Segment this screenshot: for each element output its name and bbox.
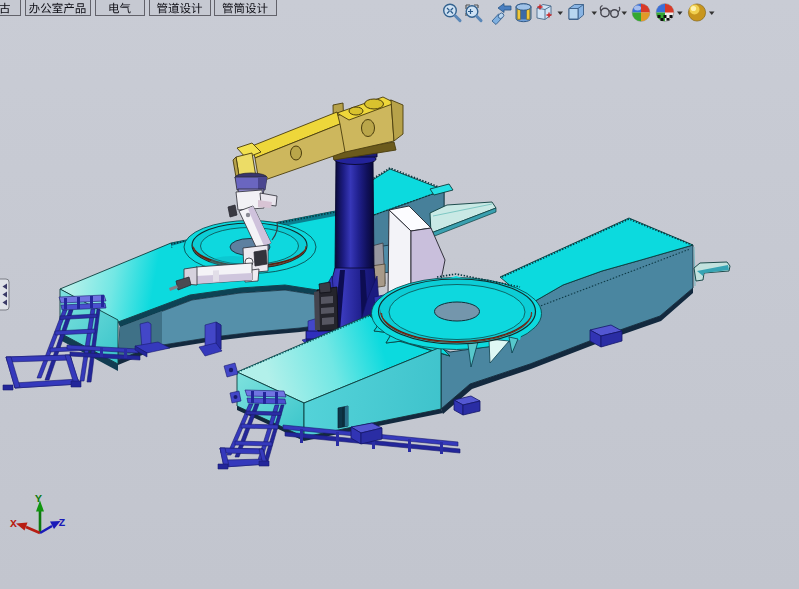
svg-text:Y: Y: [35, 492, 42, 505]
svg-text:Z: Z: [59, 516, 66, 529]
svg-text:X: X: [10, 517, 17, 530]
